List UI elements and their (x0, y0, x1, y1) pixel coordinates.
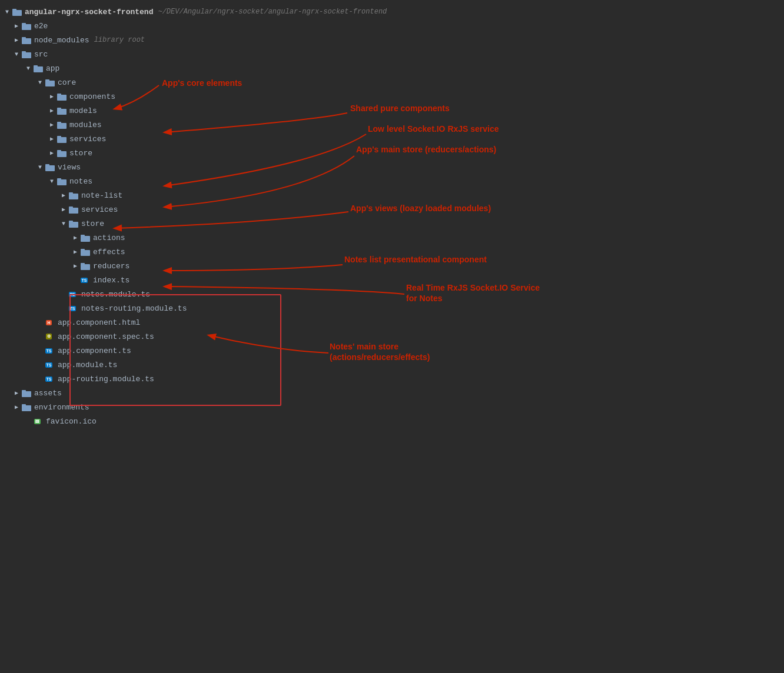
svg-rect-13 (57, 94, 61, 95)
svg-rect-39 (22, 390, 26, 392)
tree-item-reducers[interactable]: reducers (0, 259, 784, 273)
toggle-assets[interactable] (12, 388, 21, 398)
tree-item-environments[interactable]: environments (0, 400, 784, 414)
toggle-core[interactable] (35, 78, 45, 87)
svg-rect-28 (69, 208, 78, 214)
tree-item-core-services[interactable]: services (0, 132, 784, 146)
svg-rect-11 (45, 79, 49, 81)
toggle-effects[interactable] (71, 247, 80, 256)
svg-rect-36 (81, 264, 90, 270)
folder-icon-src (21, 50, 32, 58)
tree-item-modules[interactable]: modules (0, 118, 784, 132)
tree-item-notes-services[interactable]: services (0, 202, 784, 216)
tree-item-root[interactable]: angular-ngrx-socket-frontend ~/DEV/Angul… (0, 5, 784, 19)
tree-item-note-list[interactable]: note-list (0, 188, 784, 202)
svg-rect-38 (22, 391, 31, 397)
tree-item-assets[interactable]: assets (0, 386, 784, 400)
svg-rect-21 (57, 150, 61, 152)
svg-rect-27 (69, 192, 73, 194)
svg-rect-5 (22, 37, 26, 39)
svg-rect-3 (22, 23, 26, 25)
tree-item-app[interactable]: app (0, 61, 784, 75)
toggle-node-modules[interactable] (12, 35, 21, 45)
tree-item-e2e[interactable]: e2e (0, 19, 784, 33)
file-icon-app-ts: TS (45, 347, 55, 355)
svg-rect-18 (57, 137, 67, 143)
tree-item-actions[interactable]: actions (0, 231, 784, 245)
tree-item-app-ts[interactable]: TS app.component.ts (0, 344, 784, 358)
toggle-notes[interactable] (47, 176, 57, 186)
toggle-note-list[interactable] (59, 191, 68, 200)
svg-rect-7 (22, 51, 26, 53)
toggle-modules[interactable] (47, 120, 57, 129)
svg-rect-2 (22, 24, 31, 30)
tree-item-components[interactable]: components (0, 89, 784, 104)
svg-rect-15 (57, 108, 61, 109)
svg-rect-17 (57, 122, 61, 124)
svg-rect-33 (81, 235, 85, 236)
tree-item-core-store[interactable]: store (0, 146, 784, 160)
tree-item-app-module[interactable]: TS app.module.ts (0, 358, 784, 372)
svg-rect-31 (69, 221, 73, 222)
toggle-views[interactable] (35, 162, 45, 172)
toggle-app[interactable] (24, 64, 33, 73)
tree-item-node-modules[interactable]: node_modules library root (0, 33, 784, 47)
index-ts-label: index.ts (93, 276, 129, 285)
tree-item-src[interactable]: src (0, 47, 784, 61)
toggle-notes-services[interactable] (59, 205, 68, 214)
svg-rect-0 (12, 10, 22, 16)
svg-rect-14 (57, 109, 67, 115)
tree-item-notes-module[interactable]: TS notes.module.ts (0, 287, 784, 301)
toggle-core-services[interactable] (47, 134, 57, 144)
toggle-core-store[interactable] (47, 148, 57, 158)
tree-item-core[interactable]: core (0, 75, 784, 89)
core-services-label: services (69, 135, 106, 144)
tree-item-effects[interactable]: effects (0, 245, 784, 259)
toggle-environments[interactable] (12, 402, 21, 412)
views-label: views (58, 163, 81, 172)
toggle-models[interactable] (47, 106, 57, 115)
tree-item-app-routing[interactable]: TS app-routing.module.ts (0, 372, 784, 386)
components-label: components (69, 92, 115, 101)
node-modules-extra: library root (94, 36, 145, 44)
svg-rect-12 (57, 95, 67, 101)
toggle-reducers[interactable] (71, 261, 80, 271)
tree-item-notes-routing[interactable]: TS notes-routing.module.ts (0, 301, 784, 315)
file-tree: angular-ngrx-socket-frontend ~/DEV/Angul… (0, 0, 784, 433)
tree-item-favicon[interactable]: 🖼 favicon.ico (0, 414, 784, 428)
root-label: angular-ngrx-socket-frontend (25, 8, 153, 16)
tree-item-notes[interactable]: notes (0, 174, 784, 188)
toggle-src[interactable] (12, 49, 21, 59)
tree-item-notes-store[interactable]: store (0, 216, 784, 231)
tree-item-views[interactable]: views (0, 160, 784, 174)
file-icon-app-spec: ⚙ (45, 332, 55, 341)
spacer-favicon (24, 417, 33, 426)
toggle-e2e[interactable] (12, 21, 21, 31)
tree-item-models[interactable]: models (0, 104, 784, 118)
file-icon-favicon: 🖼 (33, 417, 44, 425)
environments-label: environments (34, 403, 89, 412)
app-routing-label: app-routing.module.ts (58, 375, 154, 384)
spacer-index (71, 275, 80, 285)
folder-icon-views (45, 163, 55, 171)
toggle-root[interactable] (2, 7, 12, 16)
toggle-notes-store[interactable] (59, 219, 68, 228)
tree-item-app-spec[interactable]: ⚙ app.component.spec.ts (0, 329, 784, 344)
spacer-notes-module (59, 289, 68, 299)
folder-icon-core-services (57, 135, 67, 143)
spacer-app-html (35, 318, 45, 327)
toggle-actions[interactable] (71, 233, 80, 242)
folder-icon-notes-services (68, 205, 79, 214)
folder-icon-root (12, 8, 22, 16)
tree-item-index-ts[interactable]: TS index.ts (0, 273, 784, 287)
node-modules-label: node_modules (34, 36, 89, 45)
file-icon-app-html: H (45, 318, 55, 326)
notes-module-label: notes.module.ts (81, 290, 150, 299)
tree-item-app-html[interactable]: H app.component.html (0, 315, 784, 329)
spacer-app-module (35, 360, 45, 369)
actions-label: actions (93, 234, 125, 242)
toggle-components[interactable] (47, 92, 57, 101)
effects-label: effects (93, 248, 125, 256)
file-icon-notes-routing: TS (68, 304, 79, 312)
file-icon-index-ts: TS (80, 276, 91, 284)
